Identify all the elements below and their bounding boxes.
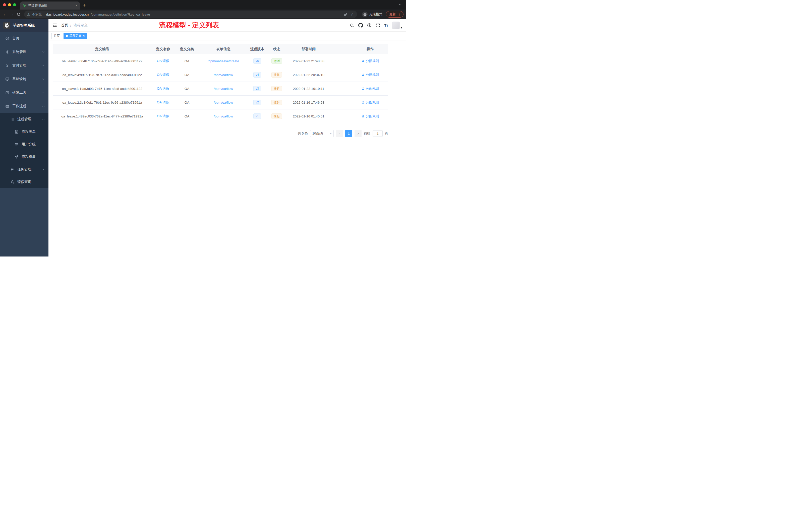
definition-id: oa_leave:3:1fad3d93-7b75-11ec-a3c8-acde4… [53, 82, 151, 95]
sidebar-item-label: 流程管理 [17, 117, 31, 121]
sidebar-item-process-mgmt[interactable]: 流程管理 [0, 113, 49, 125]
deploy-time: 2022-01-22 19:19:11 [287, 82, 330, 95]
table-header-row: 定义编号 定义名称 定义分类 表单信息 流程版本 状态 部署时间 操作 [53, 44, 388, 54]
definition-name-link[interactable]: OA 请假 [157, 72, 170, 77]
bookmark-star-icon[interactable]: ☆ [351, 12, 354, 17]
sidebar-item-task-mgmt[interactable]: 任务管理 [0, 163, 49, 176]
update-label: 更新 [389, 12, 396, 17]
app-logo[interactable]: 芋道管理系统 [0, 19, 49, 32]
window-close-button[interactable] [3, 3, 6, 6]
assign-rule-button[interactable]: 分配规则 [361, 86, 379, 91]
col-header-gap [330, 44, 352, 54]
sidebar-item-user-group[interactable]: 用户分组 [0, 138, 49, 151]
form-info-link[interactable]: /bpm/oa/flow [214, 101, 233, 104]
tags-view: 首页 流程定义 × [49, 32, 406, 40]
status-tag: 挂起 [271, 114, 282, 119]
sidebar-item-home[interactable]: 首页 [0, 32, 49, 45]
tag-close-icon[interactable]: × [83, 34, 85, 37]
search-icon[interactable] [350, 23, 354, 28]
table-body: oa_leave:5:004b710b-7b8a-11ec-8ef0-acde4… [53, 54, 388, 123]
new-tab-button[interactable]: + [83, 3, 86, 8]
avatar[interactable] [392, 22, 400, 29]
font-size-icon[interactable]: TT [384, 23, 388, 27]
sidebar-item-process-form[interactable]: 流程表单 [0, 125, 49, 138]
tag-home[interactable]: 首页 [52, 33, 62, 39]
chevron-right-icon [357, 132, 359, 135]
assign-rule-button[interactable]: 分配规则 [361, 114, 379, 118]
page-size-select[interactable]: 10条/页 ▾ [310, 130, 334, 137]
definition-category: OA [175, 96, 199, 109]
sidebar-item-payment[interactable]: ¥ 支付管理 [0, 59, 49, 72]
sidebar-item-label: 系统管理 [12, 50, 26, 54]
sidebar-collapse-icon[interactable] [53, 23, 57, 28]
github-icon[interactable] [358, 23, 363, 28]
row-gap [330, 110, 352, 123]
form-info-link[interactable]: /bpm/oa/leave/create [207, 59, 239, 63]
sidebar-item-process-model[interactable]: 流程模型 [0, 151, 49, 163]
breadcrumb-current: 流程定义 [74, 23, 88, 28]
sidebar-item-leave-query[interactable]: 请假查询 [0, 176, 49, 188]
assign-rule-button[interactable]: 分配规则 [361, 100, 379, 105]
page-content: 定义编号 定义名称 定义分类 表单信息 流程版本 状态 部署时间 操作 oa_l… [49, 40, 406, 256]
definition-name-link[interactable]: OA 请假 [157, 86, 170, 91]
table-row: oa_leave:2:3c1f0ef1-76b1-11ec-9c66-a2380… [53, 96, 388, 110]
page-number-current[interactable]: 1 [345, 130, 352, 137]
list-icon [10, 117, 14, 121]
col-header-form: 表单信息 [199, 44, 248, 54]
definition-table: 定义编号 定义名称 定义分类 表单信息 流程版本 状态 部署时间 操作 oa_l… [53, 44, 388, 123]
security-label[interactable]: 不安全 [32, 12, 42, 17]
page-header: 首页 / 流程定义 TT ▾ [49, 19, 406, 32]
forward-icon[interactable]: → [9, 12, 14, 17]
address-bar[interactable]: ⚠ 不安全 dashboard.yudao.iocoder.cn/bpm/man… [24, 10, 357, 18]
sidebar-item-devtools[interactable]: 研发工具 [0, 86, 49, 99]
status-tag: 挂起 [271, 86, 282, 91]
row-gap [330, 82, 352, 95]
password-key-icon[interactable] [344, 12, 348, 16]
definition-name-link[interactable]: OA 请假 [157, 114, 170, 118]
sidebar-item-workflow[interactable]: 工作流程 [0, 99, 49, 113]
goto-label: 前往 [364, 131, 370, 136]
user-menu[interactable]: ▾ [392, 22, 402, 29]
breadcrumb-home[interactable]: 首页 [61, 23, 68, 28]
deploy-time: 2022-01-16 01:40:51 [287, 110, 330, 123]
definition-name-link[interactable]: OA 请假 [157, 100, 170, 105]
form-info-link[interactable]: /bpm/oa/flow [214, 115, 233, 118]
url-path: /bpm/manager/definition?key=oa_leave [91, 12, 150, 16]
status-tag: 挂起 [271, 100, 282, 105]
browser-tab[interactable]: 芋道管理系统 × [20, 1, 80, 9]
row-gap [330, 68, 352, 82]
tab-search-icon[interactable] [399, 3, 402, 6]
goto-page-input[interactable] [373, 130, 383, 137]
next-page-button[interactable] [354, 130, 361, 137]
tag-process-definition[interactable]: 流程定义 × [63, 33, 87, 39]
chevron-down-icon [42, 91, 45, 94]
window-minimize-button[interactable] [8, 3, 11, 6]
reload-icon[interactable] [17, 12, 21, 16]
assign-rule-button[interactable]: 分配规则 [361, 72, 379, 77]
tab-strip: 芋道管理系统 × + [0, 0, 406, 9]
definition-name-link[interactable]: OA 请假 [157, 59, 170, 63]
help-icon[interactable] [367, 23, 372, 28]
form-info-link[interactable]: /bpm/oa/flow [214, 73, 233, 77]
browser-menu-icon[interactable]: ⋮ [398, 12, 401, 16]
chevron-down-icon [42, 78, 45, 81]
sidebar-item-infra[interactable]: 基础设施 [0, 72, 49, 86]
sidebar-item-label: 流程模型 [22, 155, 36, 159]
back-icon[interactable]: ← [2, 12, 7, 17]
prev-page-button[interactable] [336, 130, 343, 137]
window-zoom-button[interactable] [13, 3, 16, 6]
security-warning-icon: ⚠ [27, 12, 30, 16]
sidebar-item-system[interactable]: 系统管理 [0, 45, 49, 59]
row-gap [330, 54, 352, 68]
browser-update-button[interactable]: 更新 ⋮ [386, 11, 404, 18]
window-controls [3, 3, 16, 6]
deploy-time: 2022-01-16 17:46:53 [287, 96, 330, 109]
users-icon [14, 142, 19, 146]
assign-rule-button[interactable]: 分配规则 [361, 59, 379, 63]
tab-close-icon[interactable]: × [75, 3, 77, 7]
caret-down-icon: ▾ [401, 26, 402, 29]
chevron-up-icon [42, 118, 45, 121]
definition-category: OA [175, 82, 199, 95]
form-info-link[interactable]: /bpm/oa/flow [214, 87, 233, 91]
fullscreen-icon[interactable] [376, 23, 380, 28]
